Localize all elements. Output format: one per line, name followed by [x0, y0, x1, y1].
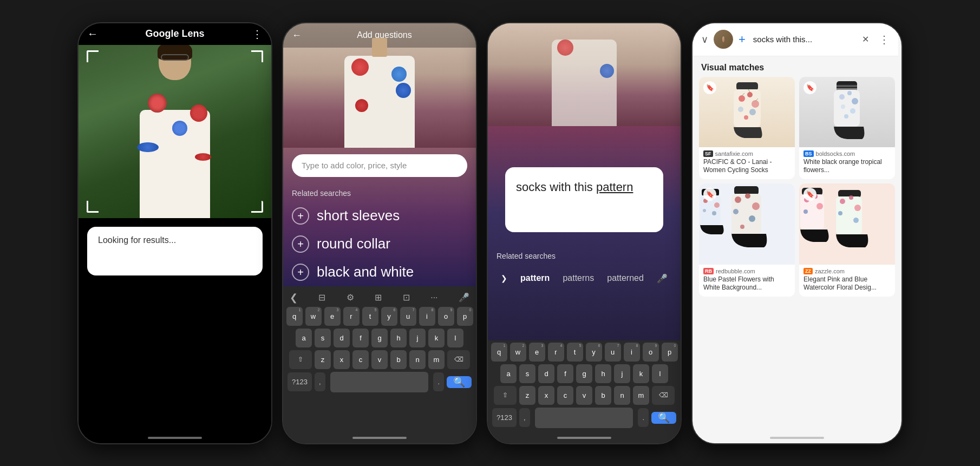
key-search[interactable]: 🔍: [447, 376, 472, 388]
key-i[interactable]: i8: [419, 307, 435, 326]
mic-icon[interactable]: 🎤: [459, 292, 469, 303]
key3-h[interactable]: h: [595, 364, 611, 383]
key3-a[interactable]: a: [500, 364, 517, 383]
key-h[interactable]: h: [390, 329, 407, 347]
key3-l[interactable]: l: [652, 364, 668, 383]
key-num[interactable]: ?123: [288, 372, 312, 391]
bookmark-icon-1[interactable]: 🔖: [703, 81, 716, 94]
key-s[interactable]: s: [315, 329, 331, 347]
key-l[interactable]: l: [447, 329, 463, 347]
more-dots-icon[interactable]: ···: [430, 293, 437, 303]
key-c[interactable]: c: [352, 350, 369, 369]
key3-t[interactable]: t5: [567, 343, 583, 362]
key3-p[interactable]: p0: [662, 343, 678, 362]
key-o[interactable]: o9: [438, 307, 454, 326]
suggestion-1[interactable]: pattern: [520, 273, 550, 283]
match-card-2[interactable]: 🔖: [799, 77, 895, 179]
close-icon[interactable]: ✕: [862, 34, 869, 44]
key3-e[interactable]: e3: [529, 343, 545, 362]
chevron-right-icon[interactable]: ❯: [501, 274, 507, 283]
key3-shift[interactable]: ⇧: [494, 386, 517, 405]
related-item-1[interactable]: short sleeves: [292, 202, 467, 230]
key-m[interactable]: m: [428, 350, 445, 369]
key-p[interactable]: p0: [457, 307, 473, 326]
key-d[interactable]: d: [334, 329, 350, 347]
more-icon[interactable]: [252, 28, 263, 41]
key3-w[interactable]: w2: [510, 343, 526, 362]
mic-icon-3[interactable]: 🎤: [657, 273, 668, 284]
key-t[interactable]: t5: [362, 307, 378, 326]
key3-o[interactable]: o9: [643, 343, 659, 362]
key-u[interactable]: u7: [400, 307, 416, 326]
keyboard[interactable]: ❮ ⊟ ⚙ ⊞ ⊡ ··· 🎤 q1 w2 e3 r4 t5 y6 u7 i8 …: [283, 286, 476, 432]
results-scroll[interactable]: Visual matches 🔖: [692, 56, 901, 432]
key3-i[interactable]: i8: [624, 343, 640, 362]
suggestion-2[interactable]: patterns: [563, 273, 594, 283]
image-icon[interactable]: ⊞: [375, 292, 382, 303]
avatar[interactable]: [714, 30, 733, 49]
key3-r[interactable]: r4: [548, 343, 564, 362]
key3-comma[interactable]: ,: [519, 408, 530, 427]
key3-j[interactable]: j: [614, 364, 630, 383]
settings-icon[interactable]: ⚙: [347, 292, 354, 303]
match-card-3[interactable]: 🔖: [699, 183, 795, 297]
key3-u[interactable]: u7: [605, 343, 621, 362]
key3-n[interactable]: n: [614, 386, 630, 405]
keyboard-3[interactable]: q1 w2 e3 r4 t5 y6 u7 i8 o9 p0 a s d f g …: [488, 340, 681, 432]
related-item-2[interactable]: round collar: [292, 230, 467, 258]
key3-k[interactable]: k: [633, 364, 649, 383]
fullscreen-icon[interactable]: ⊡: [403, 292, 410, 303]
chevron-left-icon[interactable]: ❮: [290, 292, 298, 304]
key-r[interactable]: r4: [343, 307, 360, 326]
key3-m[interactable]: m: [633, 386, 649, 405]
key3-period[interactable]: .: [638, 408, 649, 427]
bookmark-icon-4[interactable]: 🔖: [803, 188, 816, 201]
key3-x[interactable]: x: [538, 386, 554, 405]
plus-icon-3[interactable]: [292, 264, 309, 281]
key-comma[interactable]: ,: [315, 372, 325, 391]
key-backspace[interactable]: ⌫: [447, 350, 470, 369]
key-v[interactable]: v: [371, 350, 388, 369]
match-card-1[interactable]: 🔖: [699, 77, 795, 179]
match-card-4[interactable]: 🔖: [799, 183, 895, 297]
key3-y[interactable]: y6: [586, 343, 602, 362]
key-a[interactable]: a: [296, 329, 312, 347]
more-icon-4[interactable]: [879, 33, 890, 46]
key3-b[interactable]: b: [595, 386, 611, 405]
key3-d[interactable]: d: [538, 364, 554, 383]
key3-s[interactable]: s: [519, 364, 535, 383]
key-n[interactable]: n: [409, 350, 426, 369]
plus-icon-1[interactable]: [292, 207, 309, 225]
search-box[interactable]: Type to add color, price, style: [292, 154, 467, 177]
back-icon[interactable]: [87, 28, 98, 40]
key-f[interactable]: f: [352, 329, 369, 347]
key-b[interactable]: b: [390, 350, 407, 369]
key-y[interactable]: y6: [381, 307, 397, 326]
key-q[interactable]: q1: [286, 307, 303, 326]
key-z[interactable]: z: [315, 350, 331, 369]
key-shift[interactable]: ⇧: [289, 350, 312, 369]
key3-z[interactable]: z: [519, 386, 535, 405]
back-icon-2[interactable]: ←: [292, 30, 302, 41]
bookmark-icon-3[interactable]: 🔖: [703, 188, 716, 201]
key-space[interactable]: [330, 372, 429, 392]
key3-search[interactable]: 🔍: [651, 412, 676, 424]
bookmark-icon-2[interactable]: 🔖: [803, 81, 816, 94]
key3-num[interactable]: ?123: [492, 408, 517, 427]
key-j[interactable]: j: [409, 329, 426, 347]
key-x[interactable]: x: [334, 350, 350, 369]
chevron-down-icon[interactable]: ∨: [701, 34, 708, 45]
key3-c[interactable]: c: [557, 386, 573, 405]
key3-g[interactable]: g: [576, 364, 592, 383]
key3-backspace[interactable]: ⌫: [652, 386, 675, 405]
clipboard-icon[interactable]: ⊟: [318, 292, 325, 303]
key-k[interactable]: k: [428, 329, 445, 347]
key3-q[interactable]: q1: [491, 343, 507, 362]
key3-f[interactable]: f: [557, 364, 573, 383]
key-w[interactable]: w2: [305, 307, 322, 326]
related-item-3[interactable]: black and white: [292, 258, 467, 286]
plus-icon-2[interactable]: [292, 235, 309, 253]
key3-space[interactable]: [535, 408, 633, 428]
key-period[interactable]: .: [433, 372, 444, 391]
suggestion-3[interactable]: patterned: [607, 273, 644, 283]
